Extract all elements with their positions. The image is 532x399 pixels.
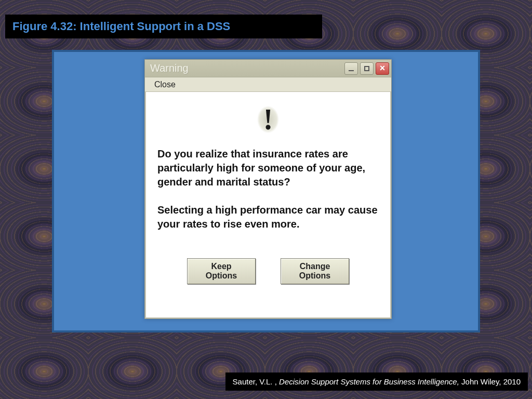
warning-dialog: Warning × Close ! Do you realize that in… — [144, 59, 392, 319]
citation-author: Sauter, V.L. , — [233, 377, 280, 386]
maximize-icon — [364, 66, 369, 71]
close-icon: × — [380, 63, 385, 74]
minimize-icon — [349, 70, 354, 71]
citation-title: Decision Support Systems for Business In… — [279, 377, 461, 386]
dialog-menubar: Close — [145, 77, 391, 92]
dialog-content: ! Do you realize that insurance rates ar… — [145, 92, 391, 318]
warning-message: Do you realize that insurance rates are … — [155, 144, 381, 231]
figure-caption: Figure 4.32: Intelligent Support in a DS… — [5, 15, 322, 38]
dialog-title: Warning — [150, 62, 189, 74]
warning-icon: ! — [254, 101, 283, 138]
citation-publisher: John Wiley, 2010 — [461, 377, 521, 386]
close-window-button[interactable]: × — [376, 62, 389, 75]
maximize-button[interactable] — [360, 62, 374, 75]
dialog-button-row: Keep Options Change Options — [187, 258, 349, 284]
exclamation-icon: ! — [263, 105, 273, 134]
slide-frame: Warning × Close ! Do you realize that in… — [52, 50, 480, 332]
citation-footer: Sauter, V.L. , Decision Support Systems … — [225, 373, 528, 391]
keep-options-button[interactable]: Keep Options — [187, 258, 256, 284]
dialog-titlebar: Warning × — [145, 60, 391, 77]
minimize-button[interactable] — [344, 62, 358, 75]
menu-item-close[interactable]: Close — [150, 79, 180, 90]
window-controls: × — [344, 62, 389, 75]
change-options-button[interactable]: Change Options — [281, 258, 349, 284]
